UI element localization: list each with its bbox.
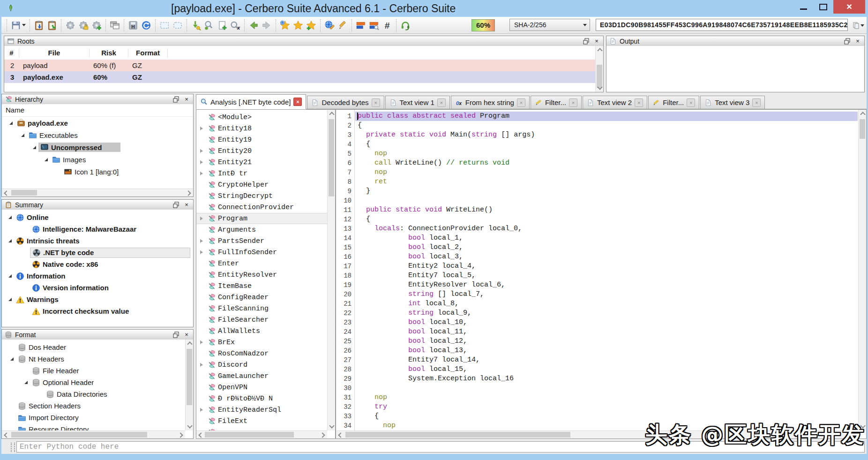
collapse-icon[interactable] xyxy=(6,239,14,242)
scrollbar-thumb[interactable] xyxy=(860,119,865,139)
tab-analysis-net-byte-code[interactable]: Analysis [.NET byte code]× xyxy=(196,94,306,109)
float-panel-button[interactable] xyxy=(844,38,851,45)
hierarchy-horizontal-scrollbar[interactable] xyxy=(2,189,193,196)
expand-icon[interactable] xyxy=(197,172,206,175)
collapse-icon[interactable] xyxy=(7,121,15,125)
summary-item-intrinsic-threats[interactable]: Intrinsic threats xyxy=(2,235,193,247)
class-item-entity21[interactable]: Entity21 xyxy=(196,157,327,168)
class-item-openvpn[interactable]: OpenVPN xyxy=(196,382,327,393)
class-item-itembase[interactable]: ItemBase xyxy=(196,280,327,292)
hierarchy-name-header[interactable]: Name xyxy=(2,104,193,117)
class-item-filesearcher[interactable]: FileSearcher xyxy=(196,314,327,325)
class-item-cryptohelper[interactable]: CryptoHelper xyxy=(196,179,327,190)
format-item-import-directory[interactable]: Import Directory xyxy=(2,412,185,423)
pencil-button[interactable] xyxy=(336,19,349,32)
tab-close-button[interactable]: × xyxy=(437,98,446,107)
tab-close-button[interactable]: × xyxy=(569,98,577,107)
collapse-icon[interactable] xyxy=(22,381,30,384)
star-button[interactable] xyxy=(292,19,305,32)
scrollbar-thumb[interactable] xyxy=(329,119,334,196)
tab-close-button[interactable]: × xyxy=(293,98,302,106)
class-item-connectionprovider[interactable]: ConnectionProvider xyxy=(196,202,327,213)
collapse-icon[interactable] xyxy=(7,357,16,361)
class-list-vertical-scrollbar[interactable] xyxy=(327,110,335,430)
class-item-entityreadersql[interactable]: EntityReaderSql xyxy=(196,404,327,415)
class-item[interactable] xyxy=(196,427,327,430)
summary-item-incorrect-checksum-value[interactable]: Incorrect checksum value xyxy=(2,305,193,317)
class-item-enter[interactable]: Enter xyxy=(196,258,327,269)
format-item-section-headers[interactable]: Section Headers xyxy=(2,400,185,412)
format-item-resource-directory[interactable]: Resource Directory xyxy=(2,423,185,430)
tab-from-hex-string[interactable]: 0xFrom hex string× xyxy=(451,96,530,109)
close-panel-button[interactable]: × xyxy=(183,201,190,209)
hierarchy-item-payload-exe[interactable]: payload.exe xyxy=(2,117,193,129)
scrollbar-thumb[interactable] xyxy=(345,432,570,437)
roots-column-header[interactable]: File xyxy=(19,48,90,58)
collapse-icon[interactable] xyxy=(6,298,14,301)
summary-item-native-code-x86[interactable]: Native code: x86 xyxy=(2,258,193,270)
class-item-entity18[interactable]: Entity18 xyxy=(196,123,327,134)
search-key-button[interactable] xyxy=(202,19,216,32)
class-item-filescanning[interactable]: FileScanning xyxy=(196,303,327,314)
expand-icon[interactable] xyxy=(197,217,206,220)
hex-search-button[interactable]: x xyxy=(229,19,242,32)
format-item-file-header[interactable]: File Header xyxy=(2,365,185,377)
expand-icon[interactable] xyxy=(197,250,206,254)
close-button[interactable]: × xyxy=(833,0,865,14)
extract-key-button[interactable] xyxy=(189,19,202,32)
expand-icon[interactable] xyxy=(197,363,206,367)
format-item-optional-header[interactable]: Optional Header xyxy=(2,377,185,388)
flag-filter-button[interactable] xyxy=(367,19,381,32)
back-button[interactable] xyxy=(247,19,260,32)
class-item-entity19[interactable]: Entity19 xyxy=(196,134,327,145)
format-item-nt-headers[interactable]: Nt Headers xyxy=(2,353,185,365)
class-item-brex[interactable]: BrEx xyxy=(196,337,327,348)
star-globe-button[interactable] xyxy=(278,19,292,32)
gear-lock-button[interactable] xyxy=(77,19,90,32)
close-panel-button[interactable]: × xyxy=(854,38,861,45)
code-view-pane[interactable]: 1234567891011121314151617181920212223242… xyxy=(336,109,867,439)
select-rect-button[interactable] xyxy=(158,19,171,32)
save-button[interactable] xyxy=(9,19,27,32)
headset-button[interactable] xyxy=(399,19,412,32)
flag-sort-button[interactable] xyxy=(354,19,367,32)
collapse-icon[interactable] xyxy=(6,274,14,278)
tab-close-button[interactable]: × xyxy=(372,98,380,107)
roots-column-header[interactable]: Format xyxy=(128,48,168,58)
hash-algorithm-select[interactable]: SHA-2/256 xyxy=(509,19,590,31)
output-content[interactable] xyxy=(606,46,864,92)
class-item-entityresolver[interactable]: EntityResolver xyxy=(196,269,327,280)
expand-icon[interactable] xyxy=(197,149,206,153)
tab-text-view-2[interactable]: Text view 2× xyxy=(583,96,647,109)
float-panel-button[interactable] xyxy=(583,38,590,45)
class-list[interactable]: <Module>Entity18Entity19Entity20Entity21… xyxy=(196,110,327,430)
star-add-button[interactable] xyxy=(305,19,318,32)
class-item-fullinfosender[interactable]: FullInfoSender xyxy=(196,247,327,258)
paste-analyze-button[interactable] xyxy=(32,19,45,32)
close-panel-button[interactable]: × xyxy=(183,331,190,339)
paste-open-button[interactable] xyxy=(45,19,59,32)
float-panel-button[interactable] xyxy=(172,96,180,103)
minimize-button[interactable] xyxy=(794,0,813,14)
tab-close-button[interactable]: × xyxy=(517,98,525,107)
summary-item-net-byte-code[interactable]: .NET byte code xyxy=(2,247,193,258)
copy-hash-button[interactable] xyxy=(850,19,867,31)
collapse-icon[interactable] xyxy=(42,158,50,161)
add-page-button[interactable] xyxy=(216,19,229,32)
close-panel-button[interactable]: × xyxy=(183,96,190,103)
settings-gear-button[interactable] xyxy=(64,19,77,32)
save-session-button[interactable]: H xyxy=(127,19,140,32)
class-item-gamelauncher[interactable]: GameLauncher xyxy=(196,370,327,382)
summary-item-version-information[interactable]: Version information xyxy=(2,282,193,294)
scrollbar-thumb[interactable] xyxy=(11,432,147,437)
scrollbar-thumb[interactable] xyxy=(187,349,192,405)
hash-button[interactable]: # xyxy=(381,19,394,32)
format-item-data-directories[interactable]: Data Directories xyxy=(2,388,185,400)
tab-text-view-1[interactable]: Text view 1× xyxy=(385,96,450,109)
format-item-dos-header[interactable]: Dos Header xyxy=(2,341,185,353)
summary-item-information[interactable]: Information xyxy=(2,270,193,282)
copy-window-button[interactable] xyxy=(108,19,121,32)
expand-icon[interactable] xyxy=(197,239,206,243)
tab-close-button[interactable]: × xyxy=(635,98,643,107)
maximize-button[interactable] xyxy=(814,0,832,14)
